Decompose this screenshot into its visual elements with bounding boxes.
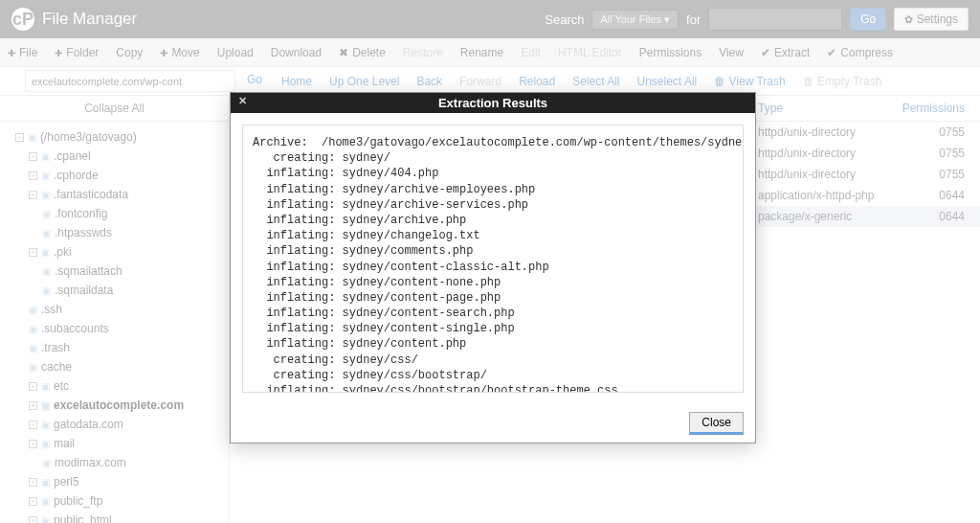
extraction-output: Archive: /home3/gatovago/excelautocomple… <box>242 125 744 393</box>
close-button[interactable]: Close <box>689 412 744 435</box>
extraction-log: Archive: /home3/gatovago/excelautocomple… <box>253 135 733 393</box>
dialog-close-icon[interactable]: ✕ <box>238 95 247 107</box>
extraction-results-dialog: ✕ Extraction Results Archive: /home3/gat… <box>230 92 756 443</box>
dialog-title: ✕ Extraction Results <box>231 93 755 113</box>
